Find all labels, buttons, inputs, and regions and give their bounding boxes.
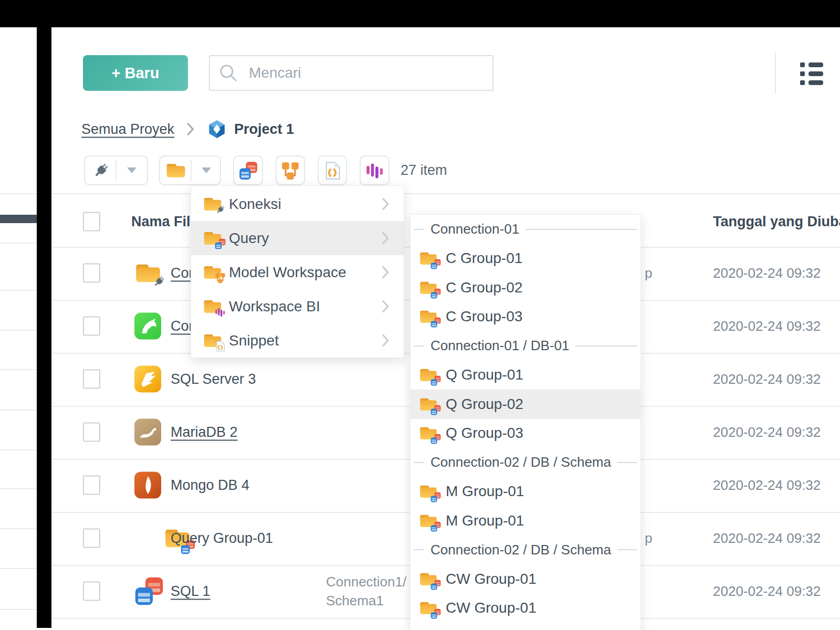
path-fragment: p — [645, 265, 652, 281]
file-name[interactable]: Mongo DB 4 — [171, 477, 249, 494]
list-view-row — [800, 80, 823, 85]
sql-server-icon — [134, 366, 161, 393]
select-all-checkbox[interactable] — [83, 212, 100, 232]
new-button[interactable]: + Baru — [83, 55, 188, 91]
left-strip-line — [0, 369, 37, 370]
row-checkbox[interactable] — [83, 476, 100, 495]
folder-model-icon — [203, 264, 223, 280]
caret-down-icon[interactable] — [127, 167, 136, 173]
submenu-section-header: Connection-02 / DB / Schema — [411, 448, 640, 477]
folder-query-icon — [419, 571, 438, 587]
submenu-item[interactable]: Q Group-01 — [411, 361, 640, 390]
submenu-item-label: C Group-01 — [446, 250, 522, 267]
model-workspace-icon — [281, 161, 300, 180]
modified-date: 2020-02-24 09:32 — [713, 265, 821, 281]
snippet-icon — [323, 161, 342, 180]
menu-item-label: Query — [229, 230, 269, 247]
new-bi-workspace-button[interactable] — [360, 155, 390, 185]
menu-item-label: Model Workspace — [229, 264, 346, 281]
modified-date: 2020-02-24 09:32 — [713, 318, 821, 334]
left-black-bar — [37, 0, 51, 628]
folder-query-icon — [419, 309, 438, 324]
caret-down-icon[interactable] — [202, 167, 211, 173]
folder-query-icon — [419, 367, 438, 383]
submenu-section-header: Connection-01 — [411, 215, 640, 244]
menu-item-model-workspace[interactable]: Model Workspace — [191, 255, 404, 289]
row-checkbox[interactable] — [83, 582, 100, 601]
path-fragment: p — [645, 530, 652, 547]
search-box[interactable] — [209, 55, 494, 91]
submenu-item-label: M Group-01 — [446, 483, 524, 500]
modified-date: 2020-02-24 09:32 — [713, 424, 821, 440]
file-name-link[interactable]: MariaDB 2 — [171, 424, 238, 440]
chevron-right-icon — [382, 334, 389, 346]
submenu-item[interactable]: CW Group-01 — [411, 564, 640, 594]
left-strip-line — [0, 528, 37, 529]
submenu-item[interactable]: M Group-01 — [411, 477, 640, 507]
left-strip-line — [0, 609, 37, 610]
query-icon — [239, 161, 258, 180]
file-name[interactable]: SQL Server 3 — [171, 371, 256, 387]
folder-icon — [165, 162, 186, 179]
submenu-item[interactable]: Q Group-03 — [411, 419, 640, 448]
folder-query-icon — [419, 425, 438, 441]
list-view-row — [800, 62, 823, 67]
folder-query-icon — [419, 484, 438, 499]
folder-query-icon — [419, 513, 438, 529]
submenu-item[interactable]: C Group-03 — [411, 302, 640, 332]
submenu-item[interactable]: M Group-01 — [411, 506, 640, 536]
submenu-item-selected[interactable]: Q Group-02 — [411, 390, 640, 419]
bi-chart-icon — [365, 161, 384, 180]
breadcrumb-current-project: Project 1 — [234, 121, 294, 138]
new-model-workspace-button[interactable] — [276, 155, 305, 185]
submenu-item[interactable]: C Group-01 — [411, 244, 640, 274]
chevron-right-icon — [382, 266, 389, 278]
chevron-right-icon — [382, 232, 389, 244]
new-folder-split-button[interactable] — [159, 155, 221, 185]
row-checkbox[interactable] — [83, 264, 100, 283]
folder-query-icon — [419, 280, 438, 296]
folder-plug-icon — [203, 196, 223, 212]
submenu-item-label: Q Group-03 — [446, 425, 523, 442]
submenu-item-label: C Group-02 — [446, 279, 522, 296]
header-divider — [775, 52, 776, 93]
new-connection-split-button[interactable] — [84, 155, 148, 185]
row-checkbox[interactable] — [83, 423, 100, 442]
new-snippet-button[interactable] — [318, 155, 347, 185]
column-header-modified[interactable]: Tanggal yang Diubah — [713, 214, 840, 230]
new-query-button[interactable] — [233, 155, 263, 185]
file-name-link[interactable]: SQL 1 — [171, 583, 211, 600]
submenu-item-label: C Group-03 — [446, 308, 522, 325]
project-gem-icon — [207, 120, 226, 139]
file-name[interactable]: Query Group-01 — [171, 530, 273, 547]
source-path-line2: Schema1 — [326, 591, 384, 610]
menu-item-query[interactable]: Query — [191, 221, 404, 255]
query-group-submenu: Connection-01 C Group-01 C Group-02 C Gr… — [410, 214, 641, 630]
submenu-item-label: Q Group-02 — [446, 396, 523, 413]
top-black-bar — [0, 0, 840, 27]
row-checkbox[interactable] — [83, 529, 100, 548]
column-header-name[interactable]: Nama File — [131, 214, 198, 230]
modified-date: 2020-02-24 09:32 — [713, 530, 821, 547]
breadcrumb-all-projects-link[interactable]: Semua Proyek — [81, 121, 174, 138]
row-checkbox[interactable] — [83, 317, 100, 336]
row-checkbox[interactable] — [83, 370, 100, 389]
app-window: + Baru Semua Proyek Project 1 27 item Na… — [0, 0, 840, 630]
left-strip-line — [0, 243, 37, 244]
folder-query-icon — [203, 230, 223, 246]
menu-item-koneksi[interactable]: Koneksi — [191, 187, 404, 221]
list-view-icon[interactable] — [800, 62, 823, 85]
left-strip-line — [0, 568, 37, 569]
menu-item-label: Workspace BI — [229, 298, 320, 315]
item-count: 27 item — [401, 162, 447, 178]
modified-date: 2020-02-24 09:32 — [713, 583, 821, 600]
menu-item-snippet[interactable]: Snippet — [191, 323, 404, 358]
table-top-border — [0, 193, 840, 194]
chevron-right-icon — [382, 300, 389, 312]
submenu-item[interactable]: CW Group-01 — [411, 594, 640, 623]
search-input[interactable] — [248, 64, 470, 82]
folder-query-icon — [419, 600, 438, 616]
submenu-item[interactable]: C Group-02 — [411, 273, 640, 302]
submenu-item-label: M Group-01 — [446, 512, 524, 529]
menu-item-workspace-bi[interactable]: Workspace BI — [191, 289, 404, 323]
